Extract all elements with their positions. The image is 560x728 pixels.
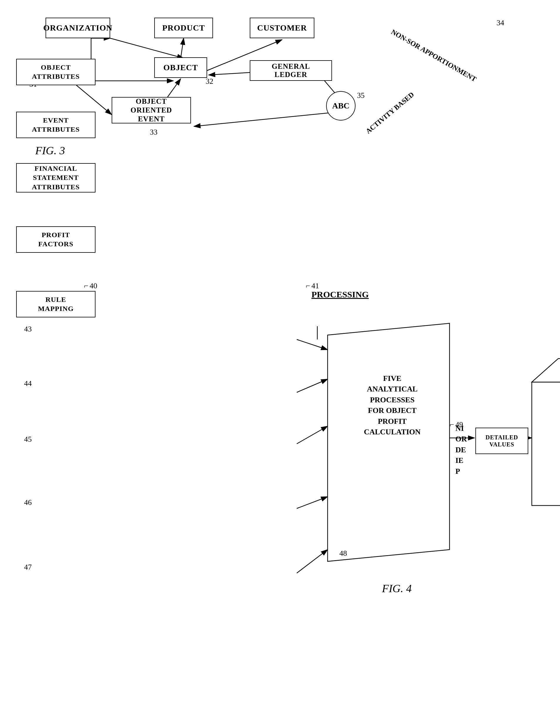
object-box: OBJECT xyxy=(154,57,207,78)
svg-line-16 xyxy=(297,426,327,444)
svg-line-14 xyxy=(297,339,327,350)
profit-factors-box: PROFIT FACTORS xyxy=(16,226,96,253)
ref-35: 35 xyxy=(357,91,365,100)
financial-statement-attributes-box: FINANCIAL STATEMENT ATTRIBUTES xyxy=(16,163,96,193)
rule-mapping-label: RULE MAPPING xyxy=(38,295,74,313)
fig3-label: FIG. 3 xyxy=(35,144,65,157)
ref-41: 41 xyxy=(311,282,319,290)
ooe-label: OBJECT ORIENTED EVENT xyxy=(116,97,186,123)
ref-32: 32 xyxy=(206,77,213,86)
evt-attr-label: EVENT ATTRIBUTES xyxy=(32,116,80,134)
organization-box: ORGANIZATION xyxy=(46,18,110,38)
detailed-profitability-label: DETAILED PROFITABILITY DATA xyxy=(538,417,560,448)
ref-49: 49 xyxy=(455,420,463,429)
svg-line-18 xyxy=(297,550,327,573)
ref-45: 45 xyxy=(24,435,32,444)
product-box: PRODUCT xyxy=(154,18,213,38)
svg-marker-23 xyxy=(532,359,560,382)
svg-line-10 xyxy=(76,85,112,115)
activity-based-label: ACTIVITY BASED xyxy=(364,91,416,135)
ref-34: 34 xyxy=(496,19,504,27)
ref-40: 40 xyxy=(90,282,97,290)
rule-mapping-box: RULE MAPPING xyxy=(16,291,96,317)
fin-attr-label: FINANCIAL STATEMENT ATTRIBUTES xyxy=(32,164,80,192)
processing-text: FIVE ANALYTICAL PROCESSES FOR OBJECT PRO… xyxy=(341,373,444,437)
ref-48: 48 xyxy=(339,549,347,558)
ref-49-mark: ⌐ xyxy=(450,420,454,429)
ni-or-text: NI OR DE IE P xyxy=(455,423,467,477)
event-attributes-box: EVENT ATTRIBUTES xyxy=(16,112,96,138)
svg-line-7 xyxy=(181,38,184,58)
ref-46: 46 xyxy=(24,498,32,507)
non-sor-label: NON-SOR APPORTIONMENT xyxy=(390,28,478,83)
obj-attr-label: OBJECT ATTRIBUTES xyxy=(32,63,80,81)
ref-41-mark: ⌐ xyxy=(306,282,310,290)
ooe-box: OBJECT ORIENTED EVENT xyxy=(112,97,191,123)
gl-box: GENERAL LEDGER xyxy=(250,60,332,81)
profit-factors-label: PROFIT FACTORS xyxy=(38,230,73,249)
object-attributes-box: OBJECT ATTRIBUTES xyxy=(16,59,96,85)
ref-43: 43 xyxy=(24,325,32,334)
processing-label: PROCESSING xyxy=(311,289,369,299)
abc-circle: ABC xyxy=(326,91,355,121)
ref-47: 47 xyxy=(24,563,32,572)
svg-line-6 xyxy=(110,38,184,58)
ref-40-mark: ⌐ xyxy=(84,282,88,290)
ref-33: 33 xyxy=(150,128,158,137)
svg-marker-19 xyxy=(327,323,449,561)
svg-line-15 xyxy=(297,379,327,392)
fig4-label: FIG. 4 xyxy=(382,582,412,595)
detailed-values-label: DETAILED VALUES xyxy=(486,434,518,448)
ref-44: 44 xyxy=(24,379,32,388)
customer-box: CUSTOMER xyxy=(250,18,314,38)
detailed-values-box: DETAILED VALUES xyxy=(475,428,528,454)
svg-line-12 xyxy=(194,112,341,126)
svg-line-17 xyxy=(297,497,327,508)
